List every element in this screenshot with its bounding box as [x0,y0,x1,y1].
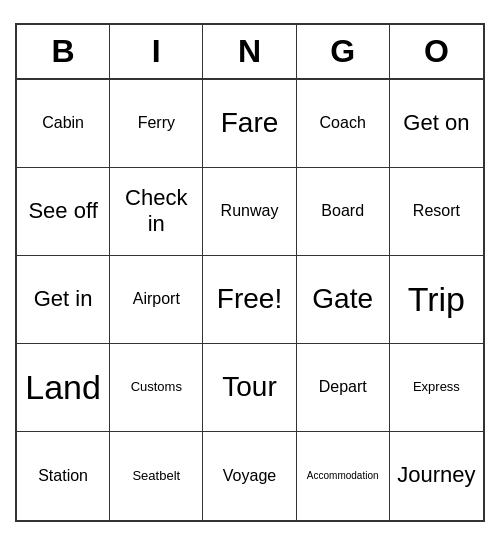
bingo-cell-4[interactable]: Get on [390,80,483,168]
bingo-cell-15[interactable]: Land [17,344,110,432]
bingo-cell-text-24: Journey [397,462,475,488]
bingo-grid: CabinFerryFareCoachGet onSee offCheck in… [17,80,483,520]
bingo-cell-7[interactable]: Runway [203,168,296,256]
bingo-cell-17[interactable]: Tour [203,344,296,432]
bingo-cell-24[interactable]: Journey [390,432,483,520]
bingo-cell-23[interactable]: Accommodation [297,432,390,520]
header-letter-G: G [297,25,390,78]
bingo-cell-text-10: Get in [34,286,93,312]
bingo-cell-12[interactable]: Free! [203,256,296,344]
bingo-cell-text-11: Airport [133,289,180,308]
bingo-cell-text-12: Free! [217,282,282,316]
bingo-cell-text-16: Customs [131,379,182,395]
bingo-cell-text-19: Express [413,379,460,395]
bingo-cell-text-18: Depart [319,377,367,396]
header-letter-I: I [110,25,203,78]
bingo-cell-22[interactable]: Voyage [203,432,296,520]
bingo-cell-11[interactable]: Airport [110,256,203,344]
bingo-cell-3[interactable]: Coach [297,80,390,168]
bingo-cell-13[interactable]: Gate [297,256,390,344]
bingo-cell-1[interactable]: Ferry [110,80,203,168]
bingo-cell-text-22: Voyage [223,466,276,485]
bingo-card: BINGO CabinFerryFareCoachGet onSee offCh… [15,23,485,522]
bingo-cell-text-1: Ferry [138,113,175,132]
bingo-cell-19[interactable]: Express [390,344,483,432]
bingo-header: BINGO [17,25,483,80]
bingo-cell-0[interactable]: Cabin [17,80,110,168]
bingo-cell-text-4: Get on [403,110,469,136]
bingo-cell-text-2: Fare [221,106,279,140]
bingo-cell-text-3: Coach [320,113,366,132]
bingo-cell-text-15: Land [25,367,101,408]
bingo-cell-text-9: Resort [413,201,460,220]
bingo-cell-text-8: Board [321,201,364,220]
bingo-cell-text-21: Seatbelt [132,468,180,484]
header-letter-B: B [17,25,110,78]
bingo-cell-text-6: Check in [114,185,198,238]
bingo-cell-5[interactable]: See off [17,168,110,256]
header-letter-N: N [203,25,296,78]
header-letter-O: O [390,25,483,78]
bingo-cell-20[interactable]: Station [17,432,110,520]
bingo-cell-8[interactable]: Board [297,168,390,256]
bingo-cell-text-23: Accommodation [307,470,379,482]
bingo-cell-2[interactable]: Fare [203,80,296,168]
bingo-cell-9[interactable]: Resort [390,168,483,256]
bingo-cell-text-13: Gate [312,282,373,316]
bingo-cell-6[interactable]: Check in [110,168,203,256]
bingo-cell-text-20: Station [38,466,88,485]
bingo-cell-10[interactable]: Get in [17,256,110,344]
bingo-cell-21[interactable]: Seatbelt [110,432,203,520]
bingo-cell-text-0: Cabin [42,113,84,132]
bingo-cell-16[interactable]: Customs [110,344,203,432]
bingo-cell-14[interactable]: Trip [390,256,483,344]
bingo-cell-text-14: Trip [408,279,465,320]
bingo-cell-18[interactable]: Depart [297,344,390,432]
bingo-cell-text-7: Runway [221,201,279,220]
bingo-cell-text-17: Tour [222,370,276,404]
bingo-cell-text-5: See off [28,198,97,224]
